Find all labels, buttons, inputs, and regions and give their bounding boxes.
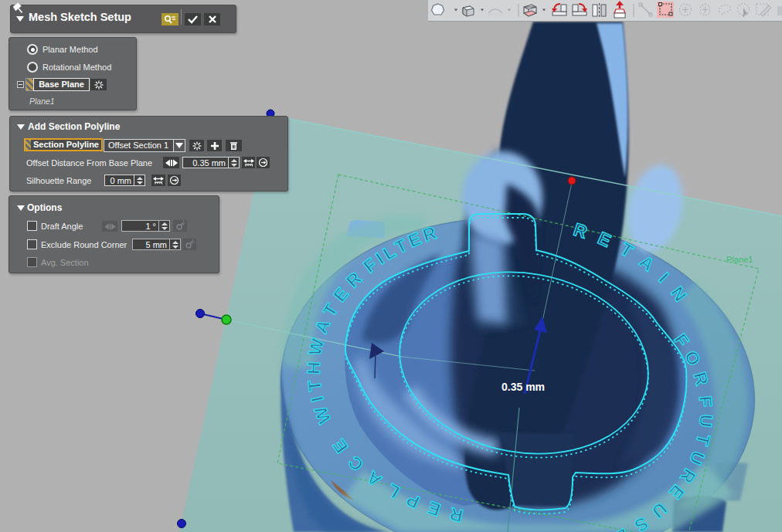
svg-text:Plane1: Plane1: [726, 255, 753, 264]
svg-text:0.35 mm: 0.35 mm: [502, 381, 545, 393]
